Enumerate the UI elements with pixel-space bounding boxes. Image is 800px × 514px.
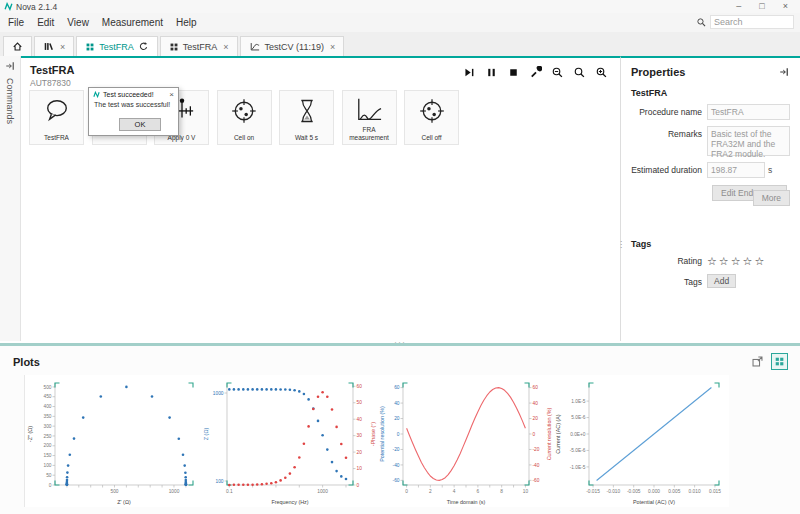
pause-button[interactable] bbox=[484, 65, 498, 79]
remarks-label: Remarks bbox=[631, 126, 707, 139]
svg-text:8: 8 bbox=[500, 489, 503, 494]
options-wrench-icon[interactable] bbox=[528, 65, 542, 79]
command-block-cell-on[interactable]: Cell on bbox=[217, 90, 272, 145]
close-button[interactable]: × bbox=[783, 0, 788, 13]
remarks-field[interactable]: Basic test of the FRA32M and the FRA2 mo… bbox=[707, 126, 790, 156]
svg-text:10: 10 bbox=[357, 466, 363, 471]
tab-library[interactable]: × bbox=[34, 36, 74, 56]
commands-panel-collapsed[interactable]: Commands bbox=[0, 56, 21, 341]
svg-text:500: 500 bbox=[43, 385, 51, 390]
stop-button[interactable] bbox=[506, 65, 520, 79]
menu-measurement[interactable]: Measurement bbox=[102, 17, 163, 28]
svg-text:0.0E+0: 0.0E+0 bbox=[570, 432, 586, 437]
svg-text:-Z'' (Ω): -Z'' (Ω) bbox=[27, 426, 33, 442]
plot-lissajous[interactable]: -0.015-0.010-0.0050.0000.0050.0100.015Po… bbox=[553, 375, 729, 507]
command-block-testfra[interactable]: TestFRA bbox=[29, 90, 84, 145]
add-tag-button[interactable]: Add bbox=[707, 274, 736, 288]
svg-text:60: 60 bbox=[357, 384, 363, 389]
grid-icon bbox=[169, 42, 179, 52]
svg-text:0: 0 bbox=[49, 483, 52, 488]
plot-time-domain[interactable]: 0246810Time domain (s)-60-40-200204060Po… bbox=[377, 375, 553, 507]
svg-text:Potential resolution (%): Potential resolution (%) bbox=[379, 406, 385, 462]
svg-text:-20: -20 bbox=[393, 447, 400, 452]
svg-text:Potential (AC) (V): Potential (AC) (V) bbox=[633, 499, 675, 505]
tab-close-icon[interactable]: × bbox=[60, 42, 65, 52]
svg-text:-1.0E-5: -1.0E-5 bbox=[570, 465, 586, 470]
minimize-button[interactable]: – bbox=[736, 0, 741, 13]
dialog-title: Test succeeded! bbox=[103, 91, 154, 98]
hourglass-icon bbox=[294, 97, 320, 125]
dialog-ok-button[interactable]: OK bbox=[119, 118, 161, 131]
tab-testfra-active[interactable]: TestFRA bbox=[76, 36, 158, 56]
tags-label: Tags bbox=[631, 274, 707, 287]
refresh-icon[interactable] bbox=[138, 41, 149, 52]
popout-plots-icon[interactable] bbox=[751, 355, 764, 368]
rating-stars[interactable]: ☆☆☆☆☆ bbox=[707, 255, 766, 268]
svg-text:60: 60 bbox=[533, 385, 539, 390]
svg-text:20: 20 bbox=[394, 416, 400, 421]
menu-help[interactable]: Help bbox=[176, 17, 197, 28]
svg-text:50: 50 bbox=[357, 400, 363, 405]
tab-home[interactable] bbox=[3, 36, 32, 56]
menu-view[interactable]: View bbox=[67, 17, 89, 28]
dialog-close-icon[interactable]: × bbox=[169, 91, 174, 98]
curve-icon bbox=[249, 41, 261, 52]
estimated-duration-field[interactable]: 198.87 bbox=[707, 162, 765, 178]
svg-text:1000: 1000 bbox=[317, 489, 328, 494]
grid-icon bbox=[85, 42, 95, 52]
tab-close-icon[interactable]: × bbox=[223, 42, 228, 52]
rating-label: Rating bbox=[631, 255, 707, 266]
svg-text:-0.015: -0.015 bbox=[586, 489, 600, 494]
cell-off-icon bbox=[418, 97, 446, 125]
tab-testfra[interactable]: TestFRA × bbox=[160, 36, 238, 56]
plot-nyquist[interactable]: 5001000Z' (Ω)050100150200250300350400450… bbox=[25, 375, 201, 507]
instrument-id: AUT87830 bbox=[30, 78, 71, 88]
dialog-titlebar: Test succeeded! × bbox=[89, 88, 178, 99]
svg-text:2: 2 bbox=[429, 489, 432, 494]
plot-bode[interactable]: 0.11000Frequency (Hz)1001000Z (Ω)0102030… bbox=[201, 375, 377, 507]
svg-text:250: 250 bbox=[43, 434, 51, 439]
svg-text:20: 20 bbox=[357, 450, 363, 455]
svg-text:0.000: 0.000 bbox=[648, 489, 660, 494]
more-button[interactable]: More bbox=[753, 190, 790, 206]
nova-logo-icon bbox=[93, 91, 100, 98]
svg-text:50: 50 bbox=[46, 473, 52, 478]
tab-close-icon[interactable]: × bbox=[330, 42, 335, 52]
chat-icon bbox=[42, 97, 72, 123]
command-block-wait[interactable]: Wait 5 s bbox=[279, 90, 334, 145]
window-title: Nova 2.1.4 bbox=[16, 2, 57, 12]
procedure-name-field[interactable]: TestFRA bbox=[707, 104, 790, 120]
svg-text:40: 40 bbox=[394, 401, 400, 406]
procedure-toolbar bbox=[462, 65, 608, 79]
zoom-reset-button[interactable] bbox=[572, 65, 586, 79]
svg-text:4: 4 bbox=[453, 489, 456, 494]
search-input[interactable] bbox=[710, 15, 794, 29]
library-icon bbox=[43, 41, 54, 52]
svg-text:300: 300 bbox=[43, 424, 51, 429]
menu-edit[interactable]: Edit bbox=[37, 17, 54, 28]
zoom-out-button[interactable] bbox=[550, 65, 564, 79]
grid-view-button[interactable] bbox=[771, 353, 788, 370]
svg-text:500: 500 bbox=[110, 489, 118, 494]
app-logo-icon bbox=[4, 2, 13, 11]
tags-section-title: Tags bbox=[631, 239, 790, 249]
svg-text:40: 40 bbox=[533, 401, 539, 406]
collapse-panel-icon[interactable] bbox=[778, 66, 790, 78]
maximize-button[interactable]: □ bbox=[759, 0, 764, 13]
zoom-in-button[interactable] bbox=[594, 65, 608, 79]
svg-text:100: 100 bbox=[43, 463, 51, 468]
command-block-fra[interactable]: FRA measurement bbox=[342, 90, 397, 145]
svg-text:0.015: 0.015 bbox=[709, 489, 721, 494]
titlebar: Nova 2.1.4 – □ × bbox=[0, 0, 800, 13]
svg-text:-Phase (°): -Phase (°) bbox=[370, 422, 376, 447]
expand-panel-icon[interactable] bbox=[4, 60, 16, 72]
svg-text:0.1: 0.1 bbox=[226, 489, 233, 494]
svg-text:0: 0 bbox=[357, 483, 360, 488]
tab-testcv[interactable]: TestCV (11:19) × bbox=[240, 36, 345, 56]
menu-file[interactable]: File bbox=[8, 17, 24, 28]
command-block-cell-off[interactable]: Cell off bbox=[404, 90, 459, 145]
play-button[interactable] bbox=[462, 65, 476, 79]
svg-text:450: 450 bbox=[43, 394, 51, 399]
panel-resize-grip[interactable]: ⋮ bbox=[617, 243, 625, 246]
dialog-message: The test was successful! bbox=[89, 99, 178, 108]
